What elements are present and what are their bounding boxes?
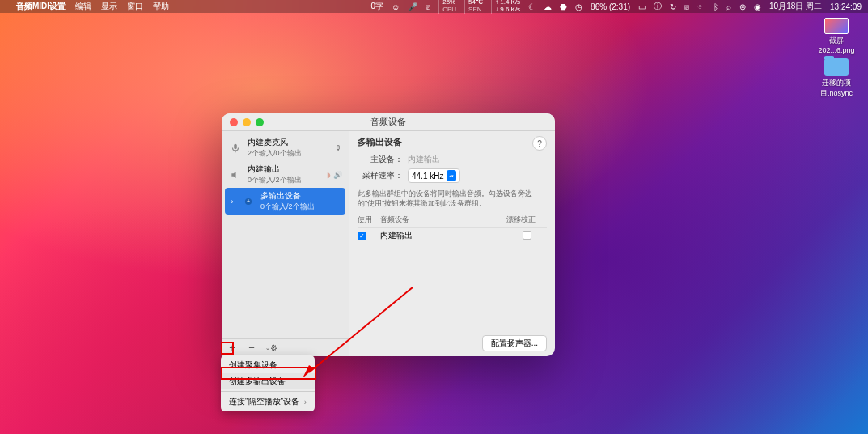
menubar-date[interactable]: 10月18日 周二	[769, 1, 822, 12]
battery-text[interactable]: 86% (2:31)	[591, 2, 630, 11]
popup-create-multi-output[interactable]: 创建多输出设备	[221, 373, 315, 389]
main-device-label: 主设备：	[358, 154, 403, 165]
menubar-view[interactable]: 显示	[101, 1, 117, 12]
device-options-button[interactable]: ⌄	[265, 343, 277, 354]
tray-icon[interactable]: ⎚	[684, 2, 689, 11]
device-multi-output[interactable]: › + 多输出设备 0个输入/2个输出	[225, 188, 345, 215]
bluetooth-icon[interactable]: ᛒ	[713, 2, 718, 11]
svg-rect-0	[234, 143, 237, 148]
popup-connect-airplay[interactable]: 连接"隔空播放"设备 ›	[221, 394, 315, 410]
user-icon[interactable]: ☺	[392, 2, 400, 11]
main-device-value[interactable]: 内建输出	[408, 154, 440, 165]
screen-icon[interactable]: ⎚	[426, 2, 430, 11]
add-device-button[interactable]: +	[227, 343, 238, 354]
moon-icon[interactable]: ☾	[528, 2, 536, 11]
sidebar-toolbar: + − ⌄	[222, 338, 349, 356]
cloud-icon[interactable]: ☁	[544, 2, 552, 11]
help-button[interactable]: ?	[532, 136, 547, 151]
clock-icon[interactable]: ◷	[575, 2, 582, 11]
drift-checkbox[interactable]	[523, 231, 531, 240]
device-builtin-mic[interactable]: 内建麦克风 2个输入/0个输出 🎙	[225, 134, 345, 161]
table-row[interactable]: ✓ 内建输出	[358, 228, 547, 244]
wifi-icon[interactable]: ᯤ	[697, 2, 705, 11]
remove-device-button[interactable]: −	[246, 343, 257, 354]
desktop-file-screenshot[interactable]: 截屏 202...6.png	[816, 18, 857, 54]
sample-rate-label: 采样速率：	[358, 170, 403, 181]
device-table: 使用 音频设备 漂移校正 ✓ 内建输出	[358, 215, 547, 351]
info-icon[interactable]: ⓘ	[654, 1, 662, 12]
menubar-help[interactable]: 帮助	[153, 1, 169, 12]
image-thumb-icon	[824, 18, 849, 34]
sync-icon[interactable]: ↻	[670, 2, 676, 11]
folder-icon	[824, 58, 849, 76]
menubar: 音频MIDI设置 编辑 显示 窗口 帮助 0字 ☺ 🎤 ⎚ 25%CPU 54℃…	[0, 0, 868, 13]
alert-indicator-icon: ◗	[327, 171, 331, 179]
cpu-stat[interactable]: 25%CPU	[438, 0, 456, 14]
battery-icon[interactable]: ▭	[638, 2, 646, 11]
device-detail-pane: 多输出设备 ? 主设备： 内建输出 采样速率： 44.1 kHz ▴▾ 此多输出…	[349, 131, 555, 356]
desktop-folder-migrated[interactable]: 迁移的项 目.nosync	[816, 58, 857, 99]
configure-speakers-button[interactable]: 配置扬声器...	[482, 335, 547, 351]
popup-create-aggregate[interactable]: 创建聚集设备	[221, 357, 315, 373]
shield-icon[interactable]: ⬣	[560, 2, 567, 11]
word-count[interactable]: 0字	[370, 1, 383, 12]
menubar-window[interactable]: 窗口	[127, 1, 143, 12]
spotlight-icon[interactable]: ⌕	[726, 2, 731, 11]
menubar-app-name[interactable]: 音频MIDI设置	[16, 1, 66, 12]
chevron-right-icon: ›	[228, 198, 236, 206]
device-sidebar: 内建麦克风 2个输入/0个输出 🎙 内建输出 0个输入/2个输出 ◗	[222, 131, 349, 356]
window-title: 音频设备	[222, 116, 555, 128]
description-text: 此多输出群组中的设备将同时输出音频。勾选设备旁边的"使用"按钮来将其激加到此设备…	[358, 189, 547, 208]
sound-indicator-icon: 🔊	[333, 171, 342, 179]
control-center-icon[interactable]: ⊜	[739, 2, 746, 11]
multi-output-icon: +	[241, 194, 256, 209]
net-stat[interactable]: ↑ 1.4 K/s↓ 9.6 K/s	[491, 0, 520, 14]
device-builtin-output[interactable]: 内建输出 0个输入/2个输出 ◗ 🔊	[225, 161, 345, 188]
use-checkbox[interactable]: ✓	[358, 232, 366, 240]
mic-status-icon[interactable]: 🎤	[408, 2, 417, 11]
audio-midi-window: 音频设备 内建麦克风 2个输入/0个输出 🎙	[222, 113, 555, 356]
sample-rate-select[interactable]: 44.1 kHz ▴▾	[408, 168, 460, 183]
svg-text:+: +	[247, 198, 250, 204]
microphone-icon	[228, 141, 243, 155]
siri-icon[interactable]: ◉	[754, 2, 761, 11]
speaker-icon	[228, 168, 243, 182]
mic-indicator-icon: 🎙	[335, 144, 342, 152]
menubar-time[interactable]: 13:24:09	[830, 2, 862, 11]
add-device-popup: 创建聚集设备 创建多输出设备 连接"隔空播放"设备 ›	[221, 355, 315, 411]
col-use: 使用	[358, 215, 380, 225]
titlebar[interactable]: 音频设备	[222, 113, 555, 131]
select-arrows-icon: ▴▾	[447, 170, 456, 181]
menubar-edit[interactable]: 编辑	[75, 1, 91, 12]
temp-stat[interactable]: 54℃SEN	[464, 0, 483, 14]
chevron-right-icon: ›	[304, 398, 307, 406]
popup-separator	[221, 391, 315, 392]
col-device: 音频设备	[380, 215, 506, 225]
col-drift: 漂移校正	[506, 215, 547, 225]
detail-title: 多输出设备	[358, 136, 402, 148]
